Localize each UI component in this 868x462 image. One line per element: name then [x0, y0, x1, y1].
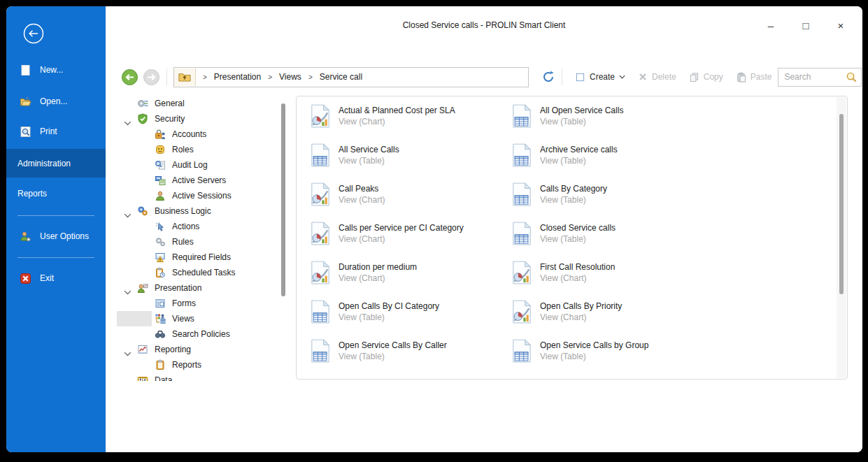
view-item-first-call-resolution[interactable]: First Call ResolutionView (Chart)	[511, 261, 713, 300]
tree-item-general[interactable]: General	[117, 96, 286, 111]
nav-back-icon[interactable]	[121, 68, 138, 86]
maximize-button[interactable]: □	[795, 16, 816, 34]
search-input[interactable]	[778, 72, 846, 82]
menu-item-print[interactable]: Print	[6, 121, 106, 142]
app-window: New... Open... Print Administration Repo…	[6, 6, 862, 452]
table-view-document-icon	[310, 339, 331, 363]
rules-gears-icon	[155, 236, 166, 247]
menu-item-user-options[interactable]: User Options	[6, 226, 106, 247]
menu-item-label: User Options	[40, 231, 89, 241]
reports-icon	[155, 359, 166, 370]
delete-button: Delete	[638, 72, 676, 82]
menu-divider	[17, 215, 94, 216]
tree-item-required-fields[interactable]: Required Fields	[117, 250, 286, 265]
view-item-open-service-calls-by-group[interactable]: Open Service Calls by GroupView (Table)	[511, 339, 713, 378]
chevron-down-icon[interactable]	[124, 116, 131, 122]
chevron-down-icon[interactable]	[124, 347, 131, 352]
tree-item-rules[interactable]: Rules	[117, 234, 286, 250]
breadcrumb-segment-views[interactable]: Views	[279, 72, 301, 82]
tree-scrollbar[interactable]	[281, 103, 285, 296]
tree-item-actions[interactable]: Actions	[117, 219, 286, 234]
tree-item-accounts[interactable]: Accounts	[117, 127, 286, 142]
menu-item-label: Reports	[17, 189, 47, 198]
breadcrumb-segment-presentation[interactable]: Presentation	[214, 72, 261, 82]
data-abacus-icon	[137, 375, 148, 381]
folder-up-icon[interactable]	[174, 68, 196, 86]
view-item-closed-service-calls[interactable]: Closed Service callsView (Table)	[511, 222, 713, 261]
close-button[interactable]: ×	[830, 16, 851, 34]
view-item-open-calls-by-priority[interactable]: Open Calls By PriorityView (Chart)	[511, 300, 713, 339]
breadcrumb: > Presentation > Views > Service call	[173, 67, 529, 87]
tree-item-reporting[interactable]: Reporting	[117, 342, 286, 357]
view-item-actual-planned-cost-per-sla[interactable]: Actual & Planned Cost per SLAView (Chart…	[310, 104, 511, 143]
view-item-calls-per-service-per-ci-category[interactable]: Calls per Service per CI CategoryView (C…	[310, 222, 511, 261]
table-view-document-icon	[511, 182, 532, 206]
tree-item-data[interactable]: Data	[117, 373, 286, 381]
chart-view-document-icon	[310, 182, 331, 206]
audit-log-icon	[155, 159, 166, 171]
chevron-down-icon[interactable]	[124, 285, 131, 291]
tree-item-roles[interactable]: Roles	[117, 142, 286, 157]
breadcrumb-separator: >	[203, 73, 207, 81]
menu-item-exit[interactable]: Exit	[6, 268, 106, 289]
refresh-icon[interactable]	[541, 70, 555, 84]
view-item-archive-service-calls[interactable]: Archive Service callsView (Table)	[511, 143, 713, 182]
tree-item-reports[interactable]: Reports	[117, 357, 286, 373]
menu-item-label: New...	[40, 65, 63, 75]
tree-item-presentation[interactable]: Presentation	[117, 280, 286, 296]
menu-item-administration[interactable]: Administration	[6, 149, 106, 178]
table-view-document-icon	[310, 143, 331, 167]
chevron-down-icon[interactable]	[124, 208, 131, 214]
view-item-call-peaks[interactable]: Call PeaksView (Chart)	[310, 182, 511, 222]
view-item-open-service-calls-by-caller[interactable]: Open Service Calls By CallerView (Table)	[310, 339, 511, 378]
user-gear-icon	[20, 231, 31, 243]
menu-item-new[interactable]: New...	[6, 59, 106, 80]
security-shield-icon	[137, 113, 148, 124]
navigation-tree: General Security Accounts Roles A	[117, 94, 286, 381]
create-button[interactable]: Create	[575, 72, 625, 82]
chart-view-document-icon	[511, 300, 532, 324]
minimize-button[interactable]: –	[760, 16, 781, 34]
toolbar-separator	[562, 68, 562, 85]
title-bar: Closed Service calls - PROLIN Smart Clie…	[106, 6, 862, 41]
active-servers-icon	[155, 175, 166, 186]
window-title: Closed Service calls - PROLIN Smart Clie…	[106, 20, 862, 30]
view-item-duration-per-medium[interactable]: Duration per mediumView (Chart)	[310, 261, 511, 300]
tree-item-scheduled-tasks[interactable]: Scheduled Tasks	[117, 265, 286, 280]
print-preview-icon	[20, 126, 31, 138]
view-item-all-service-calls[interactable]: All Service CallsView (Table)	[310, 143, 511, 182]
tree-item-forms[interactable]: Forms	[117, 296, 286, 311]
back-button[interactable]	[22, 22, 45, 45]
toolbar-separator	[166, 68, 167, 85]
chevron-down-icon[interactable]	[124, 377, 131, 381]
view-item-calls-by-category[interactable]: Calls By CategoryView (Table)	[511, 182, 713, 222]
tree-item-active-servers[interactable]: Active Servers	[117, 173, 286, 188]
menu-item-reports[interactable]: Reports	[6, 183, 106, 204]
tree-item-views[interactable]: Views	[117, 311, 286, 326]
menu-item-label: Print	[40, 127, 57, 136]
view-item-all-open-service-calls[interactable]: All Open Service CallsView (Table)	[511, 104, 713, 143]
table-view-document-icon	[511, 222, 532, 245]
create-document-icon	[575, 72, 585, 82]
menu-item-open[interactable]: Open...	[6, 91, 106, 112]
table-view-document-icon	[511, 104, 532, 128]
view-item-open-calls-by-ci-category[interactable]: Open Calls By CI CategoryView (Table)	[310, 300, 511, 339]
breadcrumb-separator: >	[308, 73, 313, 81]
tree-item-search-policies[interactable]: Search Policies	[117, 326, 286, 342]
paste-button: Paste	[736, 72, 772, 82]
table-view-document-icon	[511, 339, 532, 363]
toolbar: > Presentation > Views > Service call Cr…	[106, 66, 848, 87]
table-view-document-icon	[511, 143, 532, 167]
search-box	[778, 68, 862, 87]
chart-view-document-icon	[310, 222, 331, 245]
tree-item-audit-log[interactable]: Audit Log	[117, 157, 286, 173]
breadcrumb-segment-service-call[interactable]: Service call	[320, 72, 362, 82]
tree-item-active-sessions[interactable]: Active Sessions	[117, 188, 286, 203]
new-document-icon	[20, 64, 31, 76]
tree-item-security[interactable]: Security	[117, 111, 286, 127]
search-policies-icon	[155, 329, 166, 340]
breadcrumb-separator: >	[268, 73, 272, 81]
search-icon[interactable]	[846, 71, 858, 83]
content-scrollbar[interactable]	[839, 114, 844, 294]
tree-item-business-logic[interactable]: Business Logic	[117, 203, 286, 219]
